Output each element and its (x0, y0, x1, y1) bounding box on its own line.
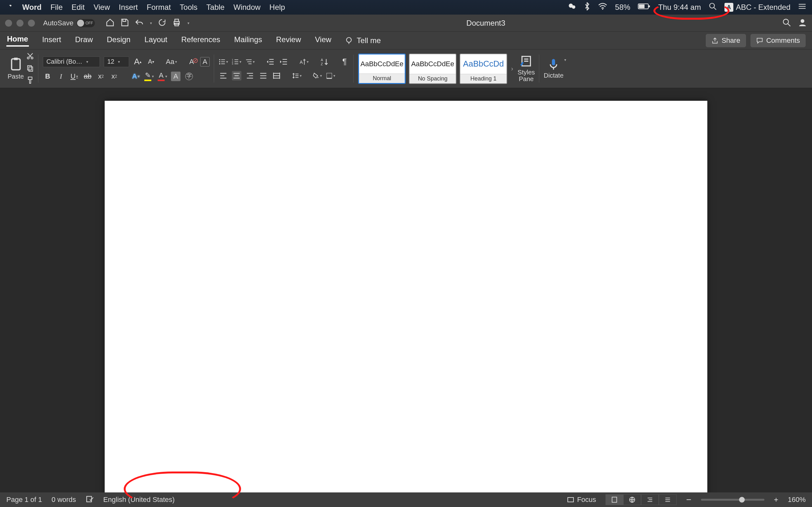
menu-window[interactable]: Window (234, 3, 260, 12)
asian-layout-icon[interactable]: A▾ (299, 57, 309, 66)
shading-icon[interactable]: ▾ (312, 71, 322, 80)
zoom-in-button[interactable]: + (774, 495, 778, 504)
tab-design[interactable]: Design (106, 35, 131, 46)
highlight-color-icon[interactable]: ✎▾ (144, 72, 154, 81)
minimize-window-button[interactable] (16, 20, 23, 26)
undo-icon[interactable] (135, 18, 144, 28)
bold-button[interactable]: B (43, 72, 52, 81)
style-normal[interactable]: AaBbCcDdEe Normal (358, 54, 406, 84)
character-border-icon[interactable]: A (200, 57, 210, 66)
print-icon[interactable] (172, 18, 181, 28)
multilevel-list-icon[interactable]: ▾ (245, 57, 255, 66)
change-case-icon[interactable]: Aa▾ (166, 57, 176, 66)
styles-gallery-more[interactable]: › (511, 65, 513, 72)
decrease-indent-icon[interactable] (265, 57, 275, 66)
spotlight-icon[interactable] (709, 2, 717, 12)
menu-view[interactable]: View (94, 3, 110, 12)
wechat-icon[interactable] (568, 2, 576, 12)
menu-format[interactable]: Format (147, 3, 171, 12)
menu-tools[interactable]: Tools (180, 3, 198, 12)
align-center-icon[interactable] (232, 71, 241, 80)
spellcheck-icon[interactable] (86, 495, 94, 505)
enclose-characters-icon[interactable]: 字 (184, 72, 194, 81)
battery-icon[interactable] (638, 3, 651, 12)
dictate-dropdown[interactable]: ▾ (564, 58, 566, 62)
save-icon[interactable] (120, 18, 129, 28)
comments-button[interactable]: Comments (751, 34, 806, 47)
close-window-button[interactable] (5, 20, 12, 26)
menu-file[interactable]: File (50, 3, 63, 12)
wifi-icon[interactable] (598, 3, 607, 12)
align-right-icon[interactable] (245, 71, 255, 80)
app-name[interactable]: Word (22, 3, 42, 12)
menu-help[interactable]: Help (269, 3, 285, 12)
italic-button[interactable]: I (56, 72, 66, 81)
cut-icon[interactable] (26, 52, 34, 61)
tell-me[interactable]: Tell me (345, 36, 381, 45)
dictate-button[interactable]: Dictate (544, 58, 563, 79)
styles-pane-button[interactable]: Styles Pane (518, 55, 535, 83)
tab-insert[interactable]: Insert (42, 35, 62, 46)
account-icon[interactable] (798, 18, 807, 28)
zoom-percent[interactable]: 160% (788, 496, 806, 504)
numbered-list-icon[interactable]: 123▾ (232, 57, 241, 66)
tab-home[interactable]: Home (6, 35, 29, 47)
tab-layout[interactable]: Layout (144, 35, 168, 46)
outline-view[interactable] (641, 494, 659, 505)
tab-references[interactable]: References (181, 35, 221, 46)
style-heading-1[interactable]: AaBbCcDd Heading 1 (460, 54, 507, 84)
bluetooth-icon[interactable] (584, 2, 590, 12)
superscript-button[interactable]: x2 (109, 72, 119, 81)
paste-button[interactable]: Paste (8, 57, 24, 80)
line-spacing-icon[interactable]: ▾ (292, 71, 302, 80)
print-layout-view[interactable] (606, 494, 623, 505)
text-effects-icon[interactable]: A▾ (131, 72, 141, 81)
font-size-dropdown[interactable]: 12▾ (104, 56, 129, 67)
clear-formatting-icon[interactable]: A⊘ (187, 57, 196, 66)
menu-insert[interactable]: Insert (119, 3, 138, 12)
sort-icon[interactable]: AZ (319, 57, 329, 66)
language-indicator[interactable]: English (United States) (103, 496, 175, 504)
focus-mode[interactable]: Focus (567, 496, 596, 504)
autosave-toggle[interactable]: AutoSave OFF (43, 19, 95, 27)
copy-icon[interactable] (26, 64, 34, 73)
undo-dropdown[interactable]: ▾ (150, 21, 152, 25)
search-doc-icon[interactable] (782, 18, 791, 28)
tab-draw[interactable]: Draw (74, 35, 94, 46)
character-shading-icon[interactable]: A (171, 72, 181, 81)
apple-icon[interactable] (6, 3, 13, 12)
clock[interactable]: Thu 9:44 am (658, 3, 701, 12)
underline-button[interactable]: U▾ (69, 72, 79, 81)
font-color-icon[interactable]: A▾ (158, 72, 167, 81)
web-layout-view[interactable] (623, 494, 641, 505)
qat-customize[interactable]: ▾ (188, 21, 189, 25)
document-canvas[interactable] (0, 88, 812, 493)
borders-icon[interactable]: ▾ (326, 71, 335, 80)
increase-indent-icon[interactable] (279, 57, 288, 66)
grow-font-icon[interactable]: A▴ (133, 57, 142, 66)
tab-review[interactable]: Review (275, 35, 302, 46)
font-name-dropdown[interactable]: Calibri (Bo…▾ (43, 56, 100, 67)
bullet-list-icon[interactable]: ▾ (218, 57, 228, 66)
strikethrough-button[interactable]: ab (83, 72, 92, 81)
align-left-icon[interactable] (218, 71, 228, 80)
tab-mailings[interactable]: Mailings (234, 35, 263, 46)
word-count[interactable]: 0 words (52, 496, 76, 504)
draft-view[interactable] (659, 494, 676, 505)
distributed-align-icon[interactable] (272, 71, 281, 80)
page-indicator[interactable]: Page 1 of 1 (6, 496, 42, 504)
tab-view[interactable]: View (314, 35, 332, 46)
format-painter-icon[interactable] (26, 76, 34, 85)
zoom-out-button[interactable]: − (686, 495, 691, 505)
shrink-font-icon[interactable]: A▾ (146, 57, 156, 66)
document-page[interactable] (105, 101, 707, 493)
zoom-window-button[interactable] (28, 20, 35, 26)
menu-edit[interactable]: Edit (72, 3, 85, 12)
input-source[interactable]: A ABC - Extended (724, 3, 791, 12)
show-paragraph-marks-icon[interactable]: ¶ (340, 57, 349, 66)
home-icon[interactable] (106, 18, 114, 28)
style-no-spacing[interactable]: AaBbCcDdEe No Spacing (409, 54, 456, 84)
redo-icon[interactable] (158, 18, 166, 28)
share-button[interactable]: Share (706, 34, 746, 47)
align-justify-icon[interactable] (258, 71, 268, 80)
